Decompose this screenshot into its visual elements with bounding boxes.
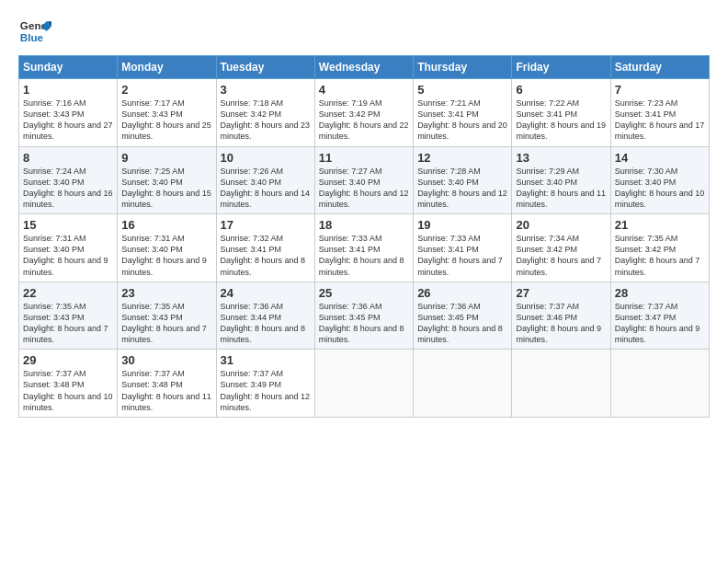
day-number: 1	[23, 83, 113, 97]
day-cell: 30 Sunrise: 7:37 AMSunset: 3:48 PMDaylig…	[118, 350, 216, 418]
day-cell: 26 Sunrise: 7:36 AMSunset: 3:45 PMDaylig…	[414, 282, 512, 350]
day-info: Sunrise: 7:37 AMSunset: 3:48 PMDaylight:…	[23, 368, 113, 413]
day-cell: 5 Sunrise: 7:21 AMSunset: 3:41 PMDayligh…	[414, 79, 512, 147]
day-cell: 28 Sunrise: 7:37 AMSunset: 3:47 PMDaylig…	[610, 282, 709, 350]
week-row-4: 22 Sunrise: 7:35 AMSunset: 3:43 PMDaylig…	[19, 282, 710, 350]
day-cell: 4 Sunrise: 7:19 AMSunset: 3:42 PMDayligh…	[314, 79, 413, 147]
day-info: Sunrise: 7:31 AMSunset: 3:40 PMDaylight:…	[23, 233, 113, 278]
day-info: Sunrise: 7:33 AMSunset: 3:41 PMDaylight:…	[417, 233, 507, 278]
day-info: Sunrise: 7:16 AMSunset: 3:43 PMDaylight:…	[23, 98, 113, 143]
day-cell: 16 Sunrise: 7:31 AMSunset: 3:40 PMDaylig…	[118, 214, 216, 282]
day-number: 26	[417, 286, 507, 300]
day-info: Sunrise: 7:21 AMSunset: 3:41 PMDaylight:…	[417, 98, 507, 143]
day-cell: 6 Sunrise: 7:22 AMSunset: 3:41 PMDayligh…	[512, 79, 610, 147]
day-number: 9	[121, 151, 211, 165]
day-info: Sunrise: 7:36 AMSunset: 3:44 PMDaylight:…	[221, 301, 311, 346]
logo-icon: General Blue	[18, 15, 51, 48]
day-number: 23	[121, 286, 211, 300]
col-header-sunday: Sunday	[19, 56, 118, 79]
day-info: Sunrise: 7:36 AMSunset: 3:45 PMDaylight:…	[319, 301, 409, 346]
day-number: 29	[23, 353, 113, 367]
day-cell: 22 Sunrise: 7:35 AMSunset: 3:43 PMDaylig…	[19, 282, 118, 350]
day-cell: 12 Sunrise: 7:28 AMSunset: 3:40 PMDaylig…	[414, 146, 512, 214]
day-number: 16	[121, 218, 211, 232]
week-row-5: 29 Sunrise: 7:37 AMSunset: 3:48 PMDaylig…	[19, 350, 710, 418]
day-number: 31	[221, 353, 311, 367]
day-cell: 1 Sunrise: 7:16 AMSunset: 3:43 PMDayligh…	[19, 79, 118, 147]
day-cell: 9 Sunrise: 7:25 AMSunset: 3:40 PMDayligh…	[118, 146, 216, 214]
day-info: Sunrise: 7:35 AMSunset: 3:43 PMDaylight:…	[121, 301, 211, 346]
day-info: Sunrise: 7:24 AMSunset: 3:40 PMDaylight:…	[23, 166, 113, 211]
day-info: Sunrise: 7:30 AMSunset: 3:40 PMDaylight:…	[615, 166, 705, 211]
day-info: Sunrise: 7:28 AMSunset: 3:40 PMDaylight:…	[417, 166, 507, 211]
day-info: Sunrise: 7:37 AMSunset: 3:49 PMDaylight:…	[221, 368, 311, 413]
day-cell: 31 Sunrise: 7:37 AMSunset: 3:49 PMDaylig…	[216, 350, 314, 418]
day-info: Sunrise: 7:18 AMSunset: 3:42 PMDaylight:…	[221, 98, 311, 143]
day-number: 12	[417, 151, 507, 165]
day-info: Sunrise: 7:17 AMSunset: 3:43 PMDaylight:…	[121, 98, 211, 143]
day-info: Sunrise: 7:33 AMSunset: 3:41 PMDaylight:…	[319, 233, 409, 278]
day-info: Sunrise: 7:22 AMSunset: 3:41 PMDaylight:…	[516, 98, 606, 143]
day-info: Sunrise: 7:25 AMSunset: 3:40 PMDaylight:…	[121, 166, 211, 211]
day-number: 18	[319, 218, 409, 232]
day-cell	[414, 350, 512, 418]
day-cell: 25 Sunrise: 7:36 AMSunset: 3:45 PMDaylig…	[314, 282, 413, 350]
day-number: 28	[615, 286, 705, 300]
day-number: 8	[23, 151, 113, 165]
day-info: Sunrise: 7:37 AMSunset: 3:48 PMDaylight:…	[121, 368, 211, 413]
day-cell: 11 Sunrise: 7:27 AMSunset: 3:40 PMDaylig…	[314, 146, 413, 214]
day-number: 13	[516, 151, 606, 165]
day-cell: 27 Sunrise: 7:37 AMSunset: 3:46 PMDaylig…	[512, 282, 610, 350]
day-number: 21	[615, 218, 705, 232]
header: General Blue	[18, 15, 710, 48]
week-row-3: 15 Sunrise: 7:31 AMSunset: 3:40 PMDaylig…	[19, 214, 710, 282]
day-number: 24	[221, 286, 311, 300]
day-info: Sunrise: 7:37 AMSunset: 3:47 PMDaylight:…	[615, 301, 705, 346]
col-header-wednesday: Wednesday	[314, 56, 413, 79]
day-number: 3	[221, 83, 311, 97]
logo: General Blue	[18, 15, 51, 48]
col-header-saturday: Saturday	[610, 56, 709, 79]
day-info: Sunrise: 7:37 AMSunset: 3:46 PMDaylight:…	[516, 301, 606, 346]
day-number: 15	[23, 218, 113, 232]
day-info: Sunrise: 7:19 AMSunset: 3:42 PMDaylight:…	[319, 98, 409, 143]
day-number: 6	[516, 83, 606, 97]
day-info: Sunrise: 7:35 AMSunset: 3:42 PMDaylight:…	[615, 233, 705, 278]
day-info: Sunrise: 7:23 AMSunset: 3:41 PMDaylight:…	[615, 98, 705, 143]
day-cell: 10 Sunrise: 7:26 AMSunset: 3:40 PMDaylig…	[216, 146, 314, 214]
day-cell: 13 Sunrise: 7:29 AMSunset: 3:40 PMDaylig…	[512, 146, 610, 214]
header-row: SundayMondayTuesdayWednesdayThursdayFrid…	[19, 56, 710, 79]
day-cell: 15 Sunrise: 7:31 AMSunset: 3:40 PMDaylig…	[19, 214, 118, 282]
day-number: 27	[516, 286, 606, 300]
day-number: 30	[121, 353, 211, 367]
day-cell: 18 Sunrise: 7:33 AMSunset: 3:41 PMDaylig…	[314, 214, 413, 282]
day-number: 10	[221, 151, 311, 165]
day-cell	[610, 350, 709, 418]
day-cell: 14 Sunrise: 7:30 AMSunset: 3:40 PMDaylig…	[610, 146, 709, 214]
day-number: 11	[319, 151, 409, 165]
col-header-thursday: Thursday	[414, 56, 512, 79]
page: General Blue SundayMondayTuesdayWednesda…	[0, 0, 728, 563]
day-info: Sunrise: 7:27 AMSunset: 3:40 PMDaylight:…	[319, 166, 409, 211]
day-cell: 29 Sunrise: 7:37 AMSunset: 3:48 PMDaylig…	[19, 350, 118, 418]
day-number: 5	[417, 83, 507, 97]
day-number: 20	[516, 218, 606, 232]
day-cell: 17 Sunrise: 7:32 AMSunset: 3:41 PMDaylig…	[216, 214, 314, 282]
day-cell: 23 Sunrise: 7:35 AMSunset: 3:43 PMDaylig…	[118, 282, 216, 350]
day-info: Sunrise: 7:32 AMSunset: 3:41 PMDaylight:…	[221, 233, 311, 278]
day-number: 25	[319, 286, 409, 300]
day-cell: 19 Sunrise: 7:33 AMSunset: 3:41 PMDaylig…	[414, 214, 512, 282]
day-cell: 2 Sunrise: 7:17 AMSunset: 3:43 PMDayligh…	[118, 79, 216, 147]
day-cell: 24 Sunrise: 7:36 AMSunset: 3:44 PMDaylig…	[216, 282, 314, 350]
day-cell: 8 Sunrise: 7:24 AMSunset: 3:40 PMDayligh…	[19, 146, 118, 214]
calendar-table: SundayMondayTuesdayWednesdayThursdayFrid…	[18, 55, 710, 418]
day-cell: 21 Sunrise: 7:35 AMSunset: 3:42 PMDaylig…	[610, 214, 709, 282]
day-number: 14	[615, 151, 705, 165]
day-info: Sunrise: 7:31 AMSunset: 3:40 PMDaylight:…	[121, 233, 211, 278]
col-header-tuesday: Tuesday	[216, 56, 314, 79]
day-cell: 20 Sunrise: 7:34 AMSunset: 3:42 PMDaylig…	[512, 214, 610, 282]
day-number: 4	[319, 83, 409, 97]
day-info: Sunrise: 7:36 AMSunset: 3:45 PMDaylight:…	[417, 301, 507, 346]
day-number: 19	[417, 218, 507, 232]
day-number: 17	[221, 218, 311, 232]
